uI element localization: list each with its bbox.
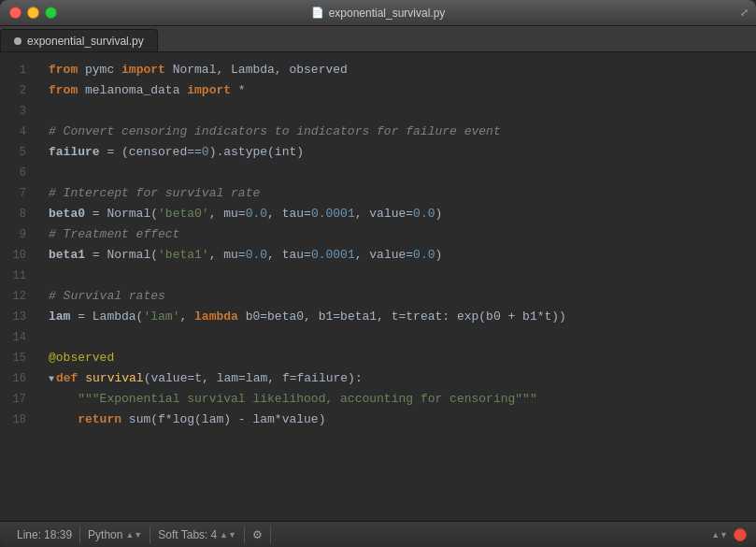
token-plain (49, 392, 78, 406)
token-plain: ) (435, 248, 443, 262)
token-string: 'beta1' (158, 248, 209, 262)
close-button[interactable] (9, 7, 21, 19)
code-line-2: from melanoma_data import * (49, 80, 756, 101)
token-kw: return (78, 412, 121, 426)
token-bold: failure (49, 145, 100, 159)
code-line-9: # Treatment effect (49, 224, 756, 245)
code-line-5: failure = (censored==0).astype(int) (49, 142, 756, 163)
token-plain: , mu= (209, 207, 246, 221)
token-plain: * (231, 83, 246, 97)
token-number: 0.0001 (311, 207, 355, 221)
token-number: 0.0 (413, 207, 435, 221)
code-line-15: @observed (49, 348, 756, 368)
token-number: 0.0001 (311, 248, 355, 262)
token-plain: ).astype(int) (209, 145, 304, 159)
token-plain: sum(f*log(lam) - lam*value) (121, 412, 325, 426)
code-line-11 (49, 266, 756, 286)
token-plain: b0=beta0, b1=beta1, t=treat: exp(b0 + b1… (238, 309, 566, 324)
token-plain: pymc (78, 63, 121, 77)
line-number-1: 1 (0, 60, 26, 80)
line-number-2: 2 (0, 80, 26, 101)
code-line-16: ▼def survival(value=t, lam=lam, f=failur… (49, 368, 756, 389)
file-icon: 📄 (311, 7, 324, 19)
token-plain: , (179, 309, 194, 324)
line-number-16: 16 (0, 368, 26, 389)
code-content[interactable]: from pymc import Normal, Lambda, observe… (37, 52, 756, 521)
language-label: Python (88, 528, 122, 541)
token-plain: , tau= (267, 207, 311, 221)
token-number: 0.0 (246, 248, 267, 262)
line-number-8: 8 (0, 204, 26, 224)
gear-icon: ⚙ (252, 528, 263, 541)
line-number-5: 5 (0, 142, 26, 163)
token-kw: from (49, 83, 78, 97)
status-bar: Line: 18:39 Python ▲▼ Soft Tabs: 4 ▲▼ ⚙ … (0, 521, 756, 547)
gear-settings[interactable]: ⚙ (245, 526, 271, 543)
token-plain: ) (435, 207, 443, 221)
code-line-14 (49, 327, 756, 348)
fold-arrow[interactable]: ▼ (49, 374, 54, 384)
editor: 123456789101112131415161718 from pymc im… (0, 52, 756, 521)
code-line-18: return sum(f*log(lam) - lam*value) (49, 410, 756, 430)
tab-bar: exponential_survival.py (0, 26, 756, 52)
token-number: 0.0 (413, 248, 435, 262)
line-number-15: 15 (0, 348, 26, 368)
token-funcname: survival (85, 371, 143, 385)
code-line-13: lam = Lambda('lam', lambda b0=beta0, b1=… (49, 307, 756, 327)
code-line-6 (49, 163, 756, 183)
line-number-3: 3 (0, 101, 26, 122)
title-text: exponential_survival.py (329, 7, 446, 20)
tab-settings[interactable]: Soft Tabs: 4 ▲▼ (150, 526, 245, 543)
maximize-button[interactable] (45, 7, 57, 19)
token-comment: # Survival rates (49, 289, 165, 303)
code-line-1: from pymc import Normal, Lambda, observe… (49, 60, 756, 80)
line-number-11: 11 (0, 266, 26, 286)
window-title: 📄 exponential_survival.py (311, 7, 446, 20)
restore-button[interactable]: ⤢ (740, 7, 749, 19)
line-number-14: 14 (0, 327, 26, 348)
language-arrow: ▲▼ (125, 530, 142, 540)
line-number-4: 4 (0, 122, 26, 142)
line-number-9: 9 (0, 224, 26, 245)
line-number-7: 7 (0, 183, 26, 204)
line-number: 18:39 (44, 528, 72, 541)
token-kw: def (56, 371, 78, 385)
token-bold: lam (49, 309, 70, 324)
token-comment: # Intercept for survival rate (49, 186, 260, 200)
token-kw: import (121, 63, 165, 77)
minimize-button[interactable] (27, 7, 39, 19)
token-kw: lambda (194, 309, 238, 324)
error-indicator[interactable] (734, 528, 747, 541)
token-plain (49, 412, 78, 426)
code-line-4: # Convert censoring indicators to indica… (49, 122, 756, 142)
tab-label: exponential_survival.py (27, 35, 144, 48)
scroll-up-icon[interactable]: ▲▼ (711, 530, 728, 540)
token-kw: import (187, 83, 231, 97)
line-number-17: 17 (0, 389, 26, 410)
token-kw: from (49, 63, 78, 77)
tab-size: 4 (210, 528, 217, 541)
token-comment: # Convert censoring indicators to indica… (49, 124, 501, 138)
token-plain: , tau= (267, 248, 311, 262)
token-decorator: @observed (49, 351, 114, 365)
token-number: 0.0 (246, 207, 267, 221)
token-plain: , value= (355, 207, 413, 221)
token-plain: Normal, Lambda, observed (165, 63, 348, 77)
line-label: Line: (17, 528, 41, 541)
line-number-10: 10 (0, 245, 26, 266)
line-numbers: 123456789101112131415161718 (0, 52, 37, 521)
tab-arrow: ▲▼ (220, 530, 236, 540)
token-string: 'lam' (143, 309, 179, 324)
token-plain: = Lambda( (70, 309, 143, 324)
language-selector[interactable]: Python ▲▼ (80, 526, 150, 543)
line-position: Line: 18:39 (9, 526, 80, 543)
code-line-8: beta0 = Normal('beta0', mu=0.0, tau=0.00… (49, 204, 756, 224)
token-comment: # Treatment effect (49, 227, 179, 241)
line-number-12: 12 (0, 286, 26, 307)
token-number: 0 (202, 145, 209, 159)
tab-exponential-survival[interactable]: exponential_survival.py (0, 29, 158, 51)
tab-dot (14, 37, 21, 45)
token-string: """Exponential survival likelihood, acco… (78, 392, 536, 406)
token-plain: = (censored== (100, 145, 202, 159)
code-line-17: """Exponential survival likelihood, acco… (49, 389, 756, 410)
